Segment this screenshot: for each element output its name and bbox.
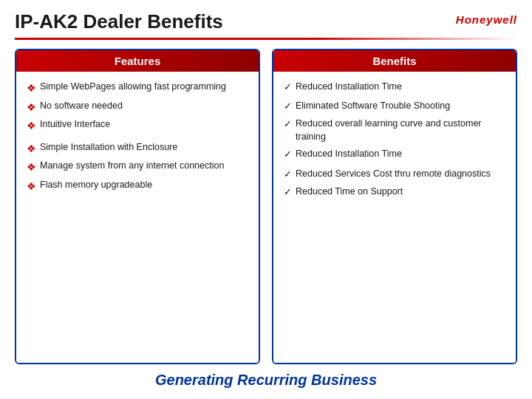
- bullet-icon: ❖: [27, 100, 36, 115]
- benefits-group-2: ✓ Eliminated Software Trouble Shooting ✓…: [284, 100, 505, 161]
- list-item: ✓ Reduced Installation Time: [284, 81, 505, 94]
- list-item: ❖ Manage system from any internet connec…: [27, 160, 248, 175]
- benefit-text: Eliminated Software Trouble Shooting: [296, 100, 450, 113]
- benefit-text: Reduced Installation Time: [296, 148, 402, 161]
- list-item: ✓ Reduced overall learning curve and cus…: [284, 117, 505, 143]
- header-divider: [15, 38, 517, 40]
- list-item: ✓ Reduced Time on Support: [284, 185, 505, 199]
- bullet-icon: ❖: [27, 160, 36, 175]
- page-title: IP-AK2 Dealer Benefits: [15, 10, 223, 33]
- page: IP-AK2 Dealer Benefits Honeywell Feature…: [0, 0, 532, 399]
- features-header: Features: [16, 50, 259, 72]
- bullet-icon: ❖: [27, 119, 36, 134]
- list-item: ❖ No software needed: [27, 100, 248, 115]
- feature-text: No software needed: [40, 100, 123, 113]
- bullet-icon: ❖: [27, 142, 36, 157]
- list-item: ❖ Flash memory upgradeable: [27, 179, 248, 194]
- check-icon: ✓: [284, 148, 292, 161]
- bullet-icon: ❖: [27, 81, 36, 96]
- benefit-text: Reduced Installation Time: [296, 81, 402, 94]
- check-icon: ✓: [284, 81, 292, 94]
- list-item: ✓ Eliminated Software Trouble Shooting: [284, 100, 505, 113]
- check-icon: ✓: [284, 117, 292, 131]
- honeywell-logo: Honeywell: [456, 13, 517, 26]
- check-icon: ✓: [284, 185, 292, 199]
- feature-text: Manage system from any internet connecti…: [40, 160, 224, 173]
- main-content: Features ❖ Simple WebPages allowing fast…: [0, 49, 532, 364]
- benefit-text: Reduced Services Cost thru remote diagno…: [296, 168, 491, 181]
- list-item: ✓ Reduced Services Cost thru remote diag…: [284, 168, 505, 181]
- features-body: ❖ Simple WebPages allowing fast programm…: [16, 72, 259, 363]
- benefits-body: ✓ Reduced Installation Time ✓ Eliminated…: [273, 72, 516, 363]
- benefits-group-1: ✓ Reduced Installation Time: [284, 81, 505, 94]
- features-group-2: ❖ Simple Installation with Enclosure ❖ M…: [27, 141, 248, 194]
- feature-text: Intuitive Interface: [40, 118, 110, 132]
- benefits-group-3: ✓ Reduced Services Cost thru remote diag…: [284, 168, 505, 199]
- list-item: ❖ Simple WebPages allowing fast programm…: [27, 81, 248, 96]
- check-icon: ✓: [284, 168, 292, 181]
- list-item: ❖ Simple Installation with Enclosure: [27, 141, 248, 157]
- list-item: ✓ Reduced Installation Time: [284, 148, 505, 161]
- check-icon: ✓: [284, 100, 292, 113]
- feature-text: Simple WebPages allowing fast programmin…: [40, 81, 226, 94]
- benefits-panel: Benefits ✓ Reduced Installation Time ✓ E…: [272, 49, 517, 364]
- footer-text: Generating Recurring Business: [15, 372, 517, 389]
- header: IP-AK2 Dealer Benefits Honeywell: [0, 0, 532, 38]
- benefits-header: Benefits: [273, 50, 516, 72]
- feature-text: Flash memory upgradeable: [40, 179, 152, 192]
- footer: Generating Recurring Business: [0, 364, 532, 399]
- feature-text: Simple Installation with Enclosure: [40, 141, 177, 154]
- benefit-text: Reduced Time on Support: [296, 185, 403, 199]
- bullet-icon: ❖: [27, 180, 36, 194]
- benefit-text: Reduced overall learning curve and custo…: [296, 117, 505, 143]
- features-group-1: ❖ Simple WebPages allowing fast programm…: [27, 81, 248, 134]
- list-item: ❖ Intuitive Interface: [27, 118, 248, 134]
- features-panel: Features ❖ Simple WebPages allowing fast…: [15, 49, 260, 364]
